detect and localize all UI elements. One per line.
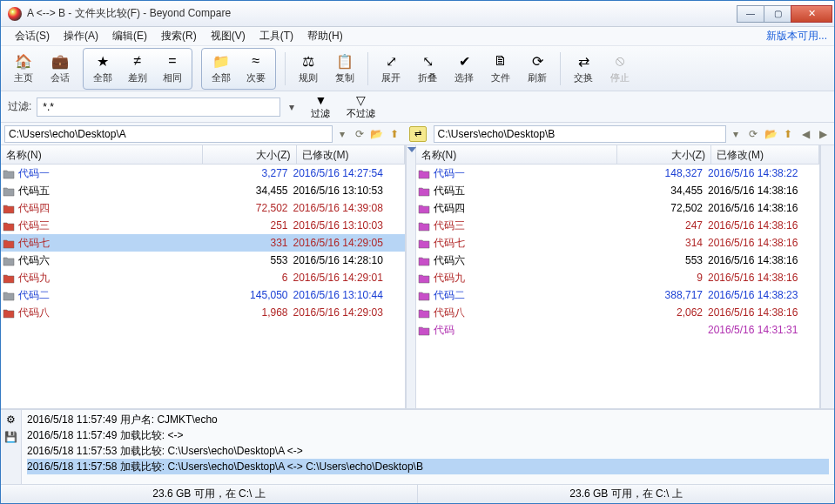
table-row[interactable]: 代码四72,5022016/5/16 14:38:16	[416, 199, 820, 217]
up-left-icon[interactable]: ⬆	[387, 126, 402, 142]
table-row[interactable]: 代码一148,3272016/5/16 14:38:22	[416, 165, 820, 182]
table-row[interactable]: 代码七3142016/5/16 14:38:16	[416, 234, 820, 252]
folder-icon	[1, 306, 17, 319]
file-date: 2016/5/16 14:28:10	[293, 254, 401, 266]
col-size[interactable]: 大小(Z)	[203, 145, 297, 164]
table-row[interactable]: 代码六5532016/5/16 14:28:10	[1, 252, 405, 269]
home-button[interactable]: 🏠主页	[6, 49, 41, 89]
table-row[interactable]: 代码九62016/5/16 14:29:01	[1, 269, 405, 286]
nav-fwd-icon[interactable]: ▶	[815, 126, 831, 142]
table-row[interactable]: 代码2016/5/16 14:31:31	[416, 321, 820, 339]
chevron-down-icon[interactable]: ▾	[334, 126, 350, 142]
minimize-button[interactable]	[737, 5, 764, 23]
structure-minor-button[interactable]: ≈次要	[239, 49, 273, 89]
table-row[interactable]: 代码二388,7172016/5/16 14:38:23	[416, 286, 820, 304]
file-date: 2016/5/16 14:38:16	[708, 306, 816, 319]
expand-button[interactable]: ⤢展开	[374, 49, 408, 89]
right-file-list[interactable]: 代码一148,3272016/5/16 14:38:22代码五34,455201…	[416, 165, 820, 408]
col-modified[interactable]: 已修改(M)	[711, 145, 819, 164]
menu-view[interactable]: 视图(V)	[204, 27, 253, 45]
rules-button[interactable]: ⚖规则	[291, 49, 326, 89]
left-path-input[interactable]	[4, 125, 333, 143]
file-date: 2016/5/16 14:38:16	[708, 237, 816, 249]
table-row[interactable]: 代码九92016/5/16 14:38:16	[416, 269, 820, 286]
log-line[interactable]: 2016/5/18 11:57:53 加载比较: C:\Users\echo\D…	[27, 443, 829, 459]
browse-right-icon[interactable]: 📂	[763, 126, 778, 142]
update-link[interactable]: 新版本可用...	[766, 29, 827, 44]
table-row[interactable]: 代码五34,4552016/5/16 13:10:53	[1, 182, 405, 199]
status-left: 23.6 GB 可用，在 C:\ 上	[1, 485, 418, 503]
file-name: 代码二	[17, 288, 199, 303]
show-diff-button[interactable]: ≠差别	[120, 49, 155, 89]
table-row[interactable]: 代码一3,2772016/5/16 14:27:54	[1, 165, 405, 182]
filter-dropdown[interactable]: ▾	[286, 101, 298, 113]
table-row[interactable]: 代码七3312016/5/16 14:29:05	[1, 234, 405, 252]
file-date: 2016/5/16 14:38:22	[708, 167, 816, 179]
file-name: 代码一	[17, 166, 199, 181]
folder-icon	[1, 167, 17, 179]
table-row[interactable]: 代码三2512016/5/16 13:10:03	[1, 217, 405, 234]
col-name[interactable]: 名称(N)	[1, 145, 203, 164]
history-icon[interactable]: ⟳	[745, 126, 761, 142]
table-row[interactable]: 代码三2472016/5/16 14:38:16	[416, 217, 820, 234]
refresh-button[interactable]: ⟳刷新	[520, 49, 555, 89]
right-path-input[interactable]	[434, 125, 727, 143]
session-button[interactable]: 💼会话	[43, 49, 77, 89]
show-same-button[interactable]: =相同	[155, 49, 190, 89]
file-date: 2016/5/16 14:39:08	[293, 202, 401, 214]
collapse-button[interactable]: ⤡折叠	[410, 49, 445, 89]
log-line[interactable]: 2016/5/18 11:57:49 用户名: CJMKT\echo	[27, 412, 829, 427]
menu-help[interactable]: 帮助(H)	[300, 27, 350, 45]
gear-icon[interactable]: ⚙	[6, 413, 16, 426]
menu-tools[interactable]: 工具(T)	[253, 27, 300, 45]
menu-edit[interactable]: 编辑(E)	[105, 27, 154, 45]
copy-button[interactable]: 📋复制	[327, 49, 362, 89]
close-button[interactable]	[791, 5, 832, 23]
swap-sides-icon[interactable]: ⇄	[409, 126, 427, 142]
filter-input[interactable]	[37, 97, 280, 117]
wedge-icon	[407, 147, 416, 152]
table-row[interactable]: 代码八1,9682016/5/16 14:29:03	[1, 304, 405, 321]
folder-icon	[1, 272, 17, 284]
menu-search[interactable]: 搜索(R)	[154, 27, 204, 45]
left-file-list[interactable]: 代码一3,2772016/5/16 14:27:54代码五34,4552016/…	[1, 165, 405, 408]
file-size: 553	[199, 254, 293, 266]
table-row[interactable]: 代码四72,5022016/5/16 14:39:08	[1, 199, 405, 217]
menu-session[interactable]: 会话(S)	[8, 27, 57, 45]
file-name: 代码八	[432, 306, 615, 320]
maximize-button[interactable]	[764, 5, 791, 23]
log-line[interactable]: 2016/5/18 11:57:58 加载比较: C:\Users\echo\D…	[27, 459, 829, 474]
col-modified[interactable]: 已修改(M)	[297, 145, 405, 164]
file-name: 代码二	[432, 288, 615, 303]
scrollbar[interactable]	[820, 145, 834, 408]
col-name[interactable]: 名称(N)	[416, 145, 618, 164]
up-right-icon[interactable]: ⬆	[780, 126, 796, 142]
apply-filter-button[interactable]: ▼过滤	[303, 93, 338, 121]
table-row[interactable]: 代码五34,4552016/5/16 14:38:16	[416, 182, 820, 199]
log-line[interactable]: 2016/5/18 11:57:49 加载比较: <->	[27, 427, 829, 443]
select-button[interactable]: ✔选择	[447, 49, 481, 89]
col-size[interactable]: 大小(Z)	[617, 145, 711, 164]
clear-filter-button[interactable]: ▽不过滤	[343, 93, 378, 121]
folder-icon	[416, 202, 432, 214]
file-name: 代码一	[432, 166, 615, 181]
swap-button[interactable]: ⇄交换	[566, 49, 601, 89]
pane-splitter[interactable]	[406, 145, 416, 408]
chevron-down-icon[interactable]: ▾	[728, 126, 744, 142]
table-row[interactable]: 代码二145,0502016/5/16 13:10:44	[1, 286, 405, 304]
menu-action[interactable]: 操作(A)	[57, 27, 105, 45]
stop-button[interactable]: ⦸停止	[603, 49, 637, 89]
browse-left-icon[interactable]: 📂	[369, 126, 385, 142]
table-row[interactable]: 代码六5532016/5/16 14:38:16	[416, 252, 820, 269]
refresh-icon: ⟳	[529, 52, 546, 70]
show-all-button[interactable]: ★全部	[85, 49, 120, 89]
files-button[interactable]: 🗎文件	[483, 49, 518, 89]
structure-all-button[interactable]: 📁全部	[204, 49, 239, 89]
folder-icon	[416, 237, 432, 249]
save-icon[interactable]: 💾	[4, 431, 17, 443]
check-icon: ✔	[455, 52, 473, 70]
log-lines[interactable]: 2016/5/18 11:57:49 用户名: CJMKT\echo2016/5…	[22, 410, 834, 484]
history-icon[interactable]: ⟳	[352, 126, 367, 142]
table-row[interactable]: 代码八2,0622016/5/16 14:38:16	[416, 304, 820, 321]
nav-back-icon[interactable]: ◀	[798, 126, 813, 142]
